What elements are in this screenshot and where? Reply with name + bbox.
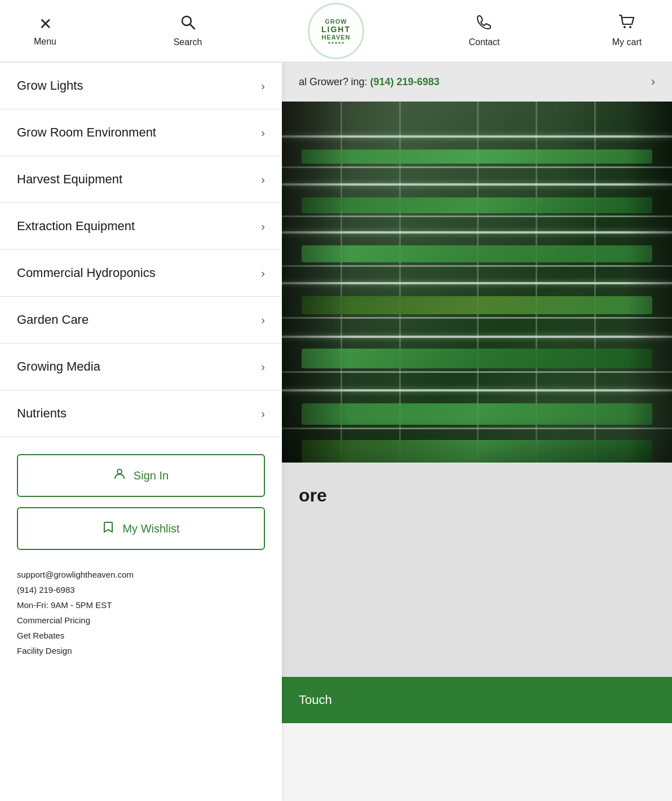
menu-item-growing-media[interactable]: Growing Media ›	[0, 344, 282, 390]
logo-text-light: LIGHT	[321, 25, 351, 34]
farm-hero-image	[282, 102, 672, 463]
sidebar-footer: support@growlightheaven.com (914) 219-69…	[0, 550, 282, 658]
menu-item-label-extraction-equipment: Extraction Equipment	[17, 219, 135, 234]
search-button[interactable]: Search	[165, 14, 210, 47]
chevron-right-icon: ›	[261, 407, 265, 420]
phone-icon	[476, 14, 492, 34]
button-area: Sign In My Wishlist	[0, 437, 282, 550]
menu-item-grow-lights[interactable]: Grow Lights ›	[0, 62, 282, 109]
logo[interactable]: GROW LIGHT HEAVEN	[308, 3, 364, 59]
banner-prefix2: ing:	[351, 76, 370, 87]
plant-row	[302, 197, 653, 213]
plant-row	[302, 149, 653, 164]
plant-row	[302, 296, 653, 314]
wishlist-label: My Wishlist	[122, 522, 179, 535]
menu-item-label-commercial-hydroponics: Commercial Hydroponics	[17, 266, 156, 280]
chevron-right-icon: ›	[261, 360, 265, 373]
banner-prefix: al Grower?	[299, 76, 348, 87]
chevron-right-icon: ›	[261, 126, 265, 139]
bottom-section: ore	[282, 463, 672, 677]
menu-item-label-nutrients: Nutrients	[17, 406, 67, 421]
logo-text-grow: GROW	[325, 18, 347, 25]
bookmark-icon	[102, 521, 114, 536]
search-icon	[180, 14, 196, 34]
menu-item-label-grow-lights: Grow Lights	[17, 78, 83, 93]
menu-button[interactable]: ✕ Menu	[23, 15, 68, 47]
search-label: Search	[174, 37, 202, 47]
sign-in-button[interactable]: Sign In	[17, 454, 265, 497]
close-icon: ✕	[39, 15, 52, 33]
menu-item-commercial-hydroponics[interactable]: Commercial Hydroponics ›	[0, 250, 282, 297]
chevron-right-icon: ›	[261, 80, 265, 93]
chevron-right-icon: ›	[261, 314, 265, 327]
support-email: support@growlightheaven.com	[17, 567, 265, 582]
menu-item-garden-care[interactable]: Garden Care ›	[0, 297, 282, 344]
sign-in-label: Sign In	[134, 469, 169, 482]
menu-item-extraction-equipment[interactable]: Extraction Equipment ›	[0, 203, 282, 250]
logo-text-heaven: HEAVEN	[321, 34, 350, 41]
cart-label: My cart	[612, 37, 642, 47]
svg-line-1	[191, 25, 195, 29]
menu-item-label-growing-media: Growing Media	[17, 359, 100, 374]
sidebar: Grow Lights › Grow Room Environment › Ha…	[0, 62, 282, 801]
support-phone: (914) 219-6983	[17, 582, 265, 597]
right-shadow	[627, 102, 672, 463]
contact-label: Contact	[468, 37, 499, 47]
page-body: Grow Lights › Grow Room Environment › Ha…	[0, 62, 672, 801]
chevron-right-icon: ›	[261, 220, 265, 233]
right-content: al Grower? ing: (914) 219-6983 ›	[282, 62, 672, 801]
contact-button[interactable]: Contact	[462, 14, 507, 47]
logo-circle: GROW LIGHT HEAVEN	[308, 3, 364, 59]
plant-row	[302, 245, 653, 262]
svg-point-4	[117, 469, 122, 474]
svg-point-2	[624, 26, 626, 28]
wishlist-button[interactable]: My Wishlist	[17, 507, 265, 550]
person-icon	[113, 468, 126, 483]
get-rebates-link[interactable]: Get Rebates	[17, 628, 265, 643]
cart-icon	[618, 14, 635, 34]
left-shadow	[282, 102, 350, 463]
facility-design-link[interactable]: Facility Design	[17, 643, 265, 658]
chevron-right-icon: ›	[261, 173, 265, 186]
menu-item-label-grow-room-environment: Grow Room Environment	[17, 125, 156, 140]
header: ✕ Menu Search GROW LIGHT HEAVEN	[0, 0, 672, 62]
banner-arrow-icon: ›	[651, 74, 655, 89]
menu-item-harvest-equipment[interactable]: Harvest Equipment ›	[0, 156, 282, 203]
menu-item-nutrients[interactable]: Nutrients ›	[0, 390, 282, 437]
banner-phone: (914) 219-6983	[370, 76, 440, 87]
chevron-right-icon: ›	[261, 267, 265, 280]
svg-point-3	[629, 26, 631, 28]
get-in-touch-button[interactable]: Touch	[282, 677, 672, 723]
logo-dots	[328, 42, 344, 44]
svg-point-0	[182, 16, 191, 25]
bottom-title: ore	[299, 485, 655, 506]
menu-item-label-garden-care: Garden Care	[17, 313, 89, 327]
menu-items-container: Grow Lights › Grow Room Environment › Ha…	[0, 62, 282, 437]
cart-button[interactable]: My cart	[604, 14, 649, 47]
menu-item-label-harvest-equipment: Harvest Equipment	[17, 172, 122, 187]
banner-text: al Grower? ing: (914) 219-6983	[299, 76, 440, 88]
plant-row	[302, 349, 653, 368]
menu-label: Menu	[34, 37, 56, 47]
bottom-shadow	[282, 417, 672, 463]
commercial-pricing-link[interactable]: Commercial Pricing	[17, 613, 265, 628]
menu-item-grow-room-environment[interactable]: Grow Room Environment ›	[0, 109, 282, 156]
promo-banner[interactable]: al Grower? ing: (914) 219-6983 ›	[282, 62, 672, 102]
get-in-touch-label: Touch	[299, 693, 332, 707]
support-hours: Mon-Fri: 9AM - 5PM EST	[17, 597, 265, 613]
